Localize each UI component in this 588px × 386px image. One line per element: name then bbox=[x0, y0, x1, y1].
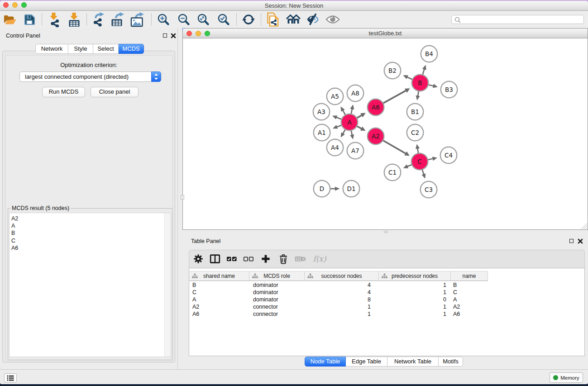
hide-detail-button[interactable] bbox=[306, 12, 321, 27]
control-panel-close-button[interactable] bbox=[171, 33, 176, 38]
table-cell[interactable]: A2 bbox=[189, 303, 249, 310]
table-cell[interactable]: 8 bbox=[305, 296, 379, 303]
table-cell[interactable]: 1 bbox=[379, 289, 451, 296]
table-cell[interactable]: 1 bbox=[379, 310, 451, 318]
result-item[interactable]: A bbox=[10, 222, 171, 229]
table-cell[interactable]: 1 bbox=[305, 310, 379, 318]
table-cell[interactable]: dominator bbox=[249, 281, 305, 289]
table-cell[interactable]: 1 bbox=[305, 303, 379, 310]
search-input[interactable] bbox=[451, 15, 584, 24]
panel-menu-button[interactable] bbox=[4, 373, 17, 382]
export-image-button[interactable] bbox=[129, 12, 145, 27]
table-row-A2[interactable]: A2connector11A2 bbox=[189, 303, 488, 310]
tab-select[interactable]: Select bbox=[93, 44, 119, 54]
resize-grip-icon[interactable] bbox=[581, 223, 588, 229]
graph-edge-A-A2[interactable] bbox=[356, 126, 362, 129]
splitter-grip[interactable] bbox=[181, 195, 184, 200]
graph-edge-B-B4[interactable] bbox=[422, 68, 425, 75]
tab-network[interactable]: Network bbox=[35, 44, 68, 54]
import-network-button[interactable] bbox=[47, 12, 62, 27]
export-network-button[interactable] bbox=[92, 12, 107, 27]
result-item[interactable]: B bbox=[10, 229, 171, 237]
zoom-selected-button[interactable] bbox=[216, 12, 231, 27]
zoom-in-button[interactable] bbox=[156, 12, 171, 27]
table-cell[interactable]: A bbox=[451, 296, 488, 303]
tab-edge-table[interactable]: Edge Table bbox=[346, 357, 387, 367]
column-header-predecessor-nodes[interactable]: predecessor nodes bbox=[379, 272, 451, 281]
graph-edge-A-A1[interactable] bbox=[336, 125, 342, 127]
network-canvas[interactable]: AA1A2A3A4A5A6A7A8BB1B2B3B4CC1C2C3C4DD1 bbox=[183, 39, 588, 229]
tab-style[interactable]: Style bbox=[68, 44, 93, 54]
table-cell[interactable]: A6 bbox=[189, 310, 249, 318]
table-cell[interactable]: A6 bbox=[451, 310, 488, 318]
graph-edge-A-A3[interactable] bbox=[336, 117, 342, 119]
table-cell[interactable]: B bbox=[451, 281, 488, 289]
table-row-B[interactable]: Bdominator41B bbox=[189, 281, 488, 289]
graph-edge-A-A5[interactable] bbox=[343, 110, 346, 115]
function-builder-button[interactable]: f(x) bbox=[311, 252, 329, 266]
close-panel-button[interactable]: Close panel bbox=[91, 87, 139, 97]
table-cell[interactable]: 4 bbox=[305, 281, 379, 289]
run-mcds-button[interactable]: Run MCDS bbox=[42, 87, 85, 97]
column-layout-button[interactable] bbox=[208, 252, 222, 266]
mcds-result-list[interactable]: A2ABCA6 bbox=[9, 213, 171, 357]
graph-edge-A2-C[interactable] bbox=[382, 140, 406, 154]
graph-edge-B-B1[interactable] bbox=[418, 91, 419, 96]
tab-network-table[interactable]: Network Table bbox=[387, 357, 439, 367]
result-item[interactable]: C bbox=[10, 237, 171, 244]
column-header-name[interactable]: name bbox=[451, 272, 488, 281]
clone-network-button[interactable] bbox=[265, 12, 281, 27]
table-cell[interactable]: A2 bbox=[451, 303, 488, 310]
show-panels-button[interactable] bbox=[286, 12, 301, 27]
table-cell[interactable]: connector bbox=[249, 310, 305, 318]
graph-edge-C-C4[interactable] bbox=[427, 158, 434, 160]
tab-mcds[interactable]: MCDS bbox=[119, 44, 144, 54]
open-session-button[interactable] bbox=[2, 12, 17, 27]
table-cell[interactable]: connector bbox=[249, 303, 305, 310]
zoom-fit-button[interactable] bbox=[196, 12, 211, 27]
criterion-dropdown[interactable]: largest connected component (directed) bbox=[19, 71, 161, 82]
result-list-scrollbar[interactable] bbox=[164, 213, 171, 357]
table-settings-button[interactable] bbox=[191, 252, 206, 266]
graph-edge-A-A6[interactable] bbox=[356, 115, 362, 119]
create-column-button[interactable] bbox=[258, 252, 273, 266]
column-header-MCDS-role[interactable]: MCDS role bbox=[249, 272, 305, 281]
graph-edge-B-B2[interactable] bbox=[406, 77, 413, 80]
control-panel-float-button[interactable] bbox=[163, 33, 167, 38]
select-all-columns-button[interactable] bbox=[225, 252, 239, 266]
graph-edge-C-C3[interactable] bbox=[422, 169, 424, 175]
result-item[interactable]: A2 bbox=[10, 215, 171, 222]
table-panel-float-button[interactable] bbox=[569, 239, 574, 243]
table-row-C[interactable]: Cdominator41C bbox=[189, 289, 488, 296]
zoom-out-button[interactable] bbox=[176, 12, 191, 27]
table-cell[interactable]: dominator bbox=[249, 296, 305, 303]
tab-node-table[interactable]: Node Table bbox=[305, 357, 346, 367]
delete-table-button[interactable] bbox=[293, 252, 308, 266]
table-row-A[interactable]: Adominator80A bbox=[189, 296, 488, 303]
unselect-all-columns-button[interactable] bbox=[241, 252, 256, 266]
column-header-shared-name[interactable]: shared name bbox=[189, 272, 249, 281]
table-cell[interactable]: dominator bbox=[249, 289, 305, 296]
table-splitter-grip[interactable] bbox=[384, 231, 388, 233]
save-session-button[interactable] bbox=[22, 12, 37, 27]
table-cell[interactable]: 0 bbox=[379, 296, 451, 303]
tab-motifs[interactable]: Motifs bbox=[439, 357, 463, 367]
import-table-button[interactable] bbox=[67, 12, 82, 27]
graph-edge-A-A8[interactable] bbox=[351, 108, 352, 114]
show-detail-button[interactable] bbox=[325, 12, 340, 27]
table-row-A6[interactable]: A6connector11A6 bbox=[189, 310, 488, 318]
export-table-button[interactable] bbox=[110, 12, 125, 27]
table-cell[interactable]: C bbox=[451, 289, 488, 296]
table-cell[interactable]: 4 bbox=[305, 289, 379, 296]
table-cell[interactable]: 1 bbox=[379, 281, 451, 289]
graph-edge-B-B3[interactable] bbox=[428, 85, 434, 86]
table-cell[interactable]: 1 bbox=[379, 303, 451, 310]
table-cell[interactable]: C bbox=[189, 289, 249, 296]
result-item[interactable]: A6 bbox=[10, 244, 171, 252]
column-header-successor-nodes[interactable]: successor nodes bbox=[305, 272, 379, 281]
refresh-button[interactable] bbox=[241, 12, 256, 27]
memory-button[interactable]: Memory bbox=[550, 372, 583, 383]
table-cell[interactable]: A bbox=[189, 296, 249, 303]
graph-edge-A6-B[interactable] bbox=[382, 90, 406, 103]
table-cell[interactable]: B bbox=[189, 281, 249, 289]
